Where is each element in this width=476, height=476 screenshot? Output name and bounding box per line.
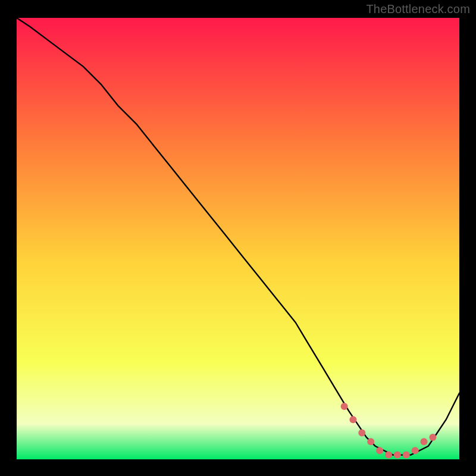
highlight-marker [421, 438, 428, 445]
attribution-label: TheBottleneck.com [366, 2, 470, 16]
highlight-marker [403, 452, 410, 459]
highlight-marker [341, 403, 348, 410]
highlight-marker [429, 434, 436, 441]
highlight-marker [349, 416, 356, 423]
gradient-background [17, 18, 459, 459]
highlight-marker [385, 452, 392, 459]
highlight-marker [367, 438, 374, 445]
chart-svg [17, 18, 459, 459]
highlight-marker [376, 447, 383, 454]
highlight-marker [394, 452, 401, 459]
highlight-marker [358, 430, 365, 437]
plot-area [17, 18, 459, 459]
highlight-marker [412, 447, 419, 454]
chart-frame: TheBottleneck.com [0, 0, 476, 476]
